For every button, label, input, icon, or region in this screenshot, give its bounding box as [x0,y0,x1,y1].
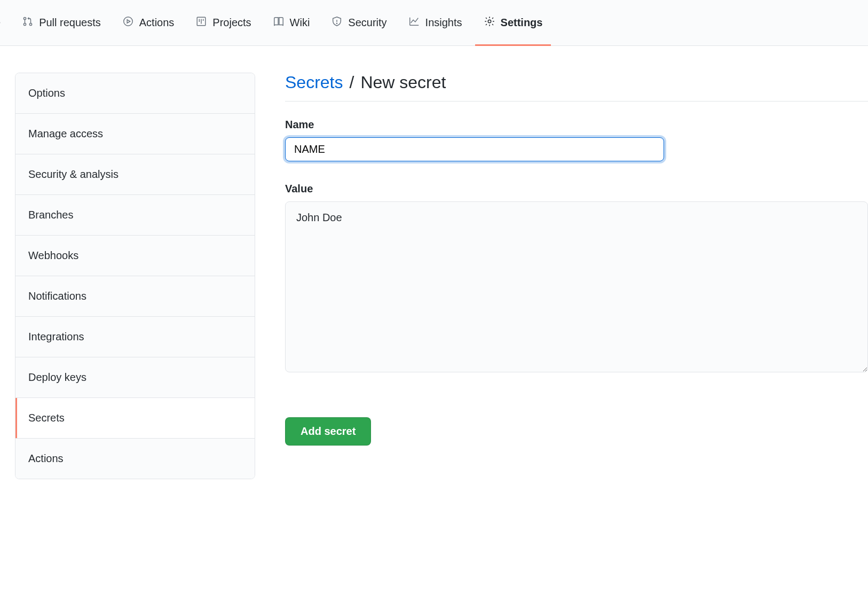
book-icon [273,15,285,30]
nav-wiki[interactable]: Wiki [273,1,310,45]
sidebar-item-integrations[interactable]: Integrations [15,317,255,357]
project-icon [195,15,207,30]
svg-point-0 [24,17,26,19]
nav-label: Projects [212,17,251,29]
nav-settings[interactable]: Settings [484,1,543,45]
sidebar-item-label: Options [28,87,65,99]
breadcrumb-parent[interactable]: Secrets [285,73,343,92]
nav-label: Security [348,17,386,29]
breadcrumb-separator: / [349,73,354,92]
svg-point-3 [124,17,133,26]
sidebar-item-label: Deploy keys [28,371,86,383]
secret-value-textarea[interactable] [285,201,868,372]
svg-point-5 [337,23,337,24]
nav-pull-requests[interactable]: Pull requests [22,1,101,45]
nav-projects[interactable]: Projects [195,1,251,45]
breadcrumb-current: New secret [360,73,446,92]
sidebar-item-label: Actions [28,452,64,464]
sidebar-item-label: Integrations [28,331,84,342]
sidebar-item-options[interactable]: Options [15,73,255,114]
nav-insights[interactable]: Insights [408,1,462,45]
sidebar-item-actions[interactable]: Actions [15,439,255,479]
main-content: Secrets / New secret Name Value Add secr… [285,73,868,479]
nav-label: Insights [425,17,462,29]
sidebar-item-webhooks[interactable]: Webhooks [15,236,255,276]
gear-icon [484,15,495,30]
sidebar-item-label: Security & analysis [28,168,119,180]
sidebar-item-label: Notifications [28,290,86,302]
sidebar-item-security-analysis[interactable]: Security & analysis [15,154,255,195]
repo-nav: e Pull requests Actions Projects Wiki Se… [0,0,868,46]
sidebar-item-label: Branches [28,209,74,221]
nav-partial-prev[interactable]: e [0,1,1,45]
nav-label: e [0,17,1,29]
sidebar-item-branches[interactable]: Branches [15,195,255,236]
nav-label: Actions [139,17,175,29]
sidebar-item-label: Secrets [28,412,65,424]
sidebar-item-manage-access[interactable]: Manage access [15,114,255,154]
add-secret-button[interactable]: Add secret [285,417,371,446]
svg-point-1 [24,23,26,25]
sidebar-item-notifications[interactable]: Notifications [15,276,255,317]
sidebar-item-secrets[interactable]: Secrets [15,398,255,439]
sidebar-item-label: Manage access [28,128,103,139]
name-field-group: Name [285,119,868,161]
shield-icon [331,15,343,30]
svg-point-6 [488,20,491,23]
nav-label: Wiki [290,17,310,29]
settings-sidebar: Options Manage access Security & analysi… [15,73,255,479]
sidebar-item-deploy-keys[interactable]: Deploy keys [15,357,255,398]
graph-icon [408,15,420,30]
nav-security[interactable]: Security [331,1,386,45]
nav-label: Pull requests [39,17,101,29]
nav-actions[interactable]: Actions [122,1,175,45]
nav-label: Settings [501,17,543,29]
breadcrumb: Secrets / New secret [285,73,868,102]
sidebar-item-label: Webhooks [28,249,78,261]
play-icon [122,15,134,30]
value-field-group: Value [285,183,868,374]
name-label: Name [285,119,868,131]
svg-point-2 [30,23,32,25]
git-pull-request-icon [22,15,34,30]
value-label: Value [285,183,868,195]
secret-name-input[interactable] [285,137,664,161]
